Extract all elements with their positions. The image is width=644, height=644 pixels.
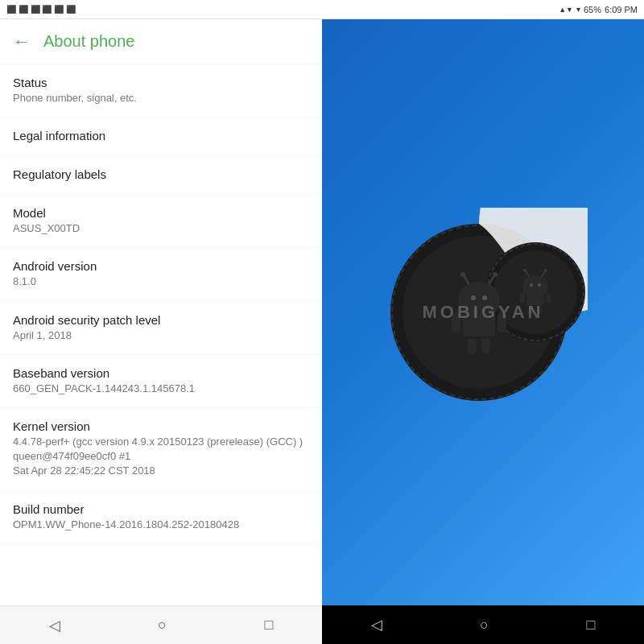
svg-rect-29 [537, 306, 542, 314]
settings-item-title-1: Legal information [13, 129, 309, 142]
settings-item-title-3: Model [13, 206, 309, 220]
svg-rect-14 [452, 312, 460, 332]
status-bar-right: ▲▼ ▾ 65% 6:09 PM [559, 5, 638, 14]
settings-item-title-8: Build number [13, 502, 309, 516]
signal-icon: ▲▼ [559, 6, 573, 14]
svg-point-20 [523, 269, 526, 272]
settings-item-subtitle-3: ASUS_X00TD [13, 221, 309, 236]
notification-icons: ⬛ ⬛ ⬛ ⬛ ⬛ ⬛ [6, 5, 76, 14]
settings-item-1[interactable]: Legal information [0, 118, 322, 156]
settings-item-title-4: Android version [13, 259, 309, 273]
svg-point-11 [471, 295, 476, 300]
settings-item-3[interactable]: ModelASUS_X00TD [0, 195, 322, 248]
svg-rect-25 [526, 292, 544, 305]
settings-item-4[interactable]: Android version8.1.0 [0, 248, 322, 301]
settings-item-2[interactable]: Regulatory labels [0, 156, 322, 195]
svg-point-23 [530, 283, 533, 287]
svg-rect-15 [497, 312, 506, 332]
settings-item-subtitle-8: OPM1.WW_Phone-14.2016.1804.252-20180428 [13, 518, 309, 532]
app-bar: ← About phone [0, 19, 322, 64]
time-display: 6:09 PM [605, 5, 638, 14]
oreo-container: MOBIGYAN [322, 19, 644, 605]
settings-item-7[interactable]: Kernel version4.4.78-perf+ (gcc version … [0, 408, 322, 491]
back-button[interactable]: ← [13, 31, 31, 52]
svg-rect-28 [529, 306, 534, 314]
left-panel: ← About phone StatusPhone number, signal… [0, 19, 322, 644]
status-bar: ⬛ ⬛ ⬛ ⬛ ⬛ ⬛ ▲▼ ▾ 65% 6:09 PM [0, 0, 644, 19]
settings-item-title-2: Regulatory labels [13, 167, 309, 181]
svg-point-22 [544, 269, 547, 272]
svg-point-8 [460, 272, 465, 277]
settings-item-subtitle-0: Phone number, signal, etc. [13, 91, 309, 105]
svg-rect-16 [468, 338, 477, 354]
svg-rect-17 [481, 338, 490, 354]
settings-item-5[interactable]: Android security patch levelApril 1, 201… [0, 302, 322, 355]
settings-item-title-5: Android security patch level [13, 313, 309, 327]
settings-item-title-0: Status [13, 76, 309, 89]
settings-item-8[interactable]: Build numberOPM1.WW_Phone-14.2016.1804.2… [0, 491, 322, 544]
battery-text: 65% [584, 5, 601, 14]
back-nav-button[interactable]: ◁ [33, 610, 76, 641]
home-nav-button[interactable]: ○ [142, 610, 183, 640]
svg-point-24 [538, 283, 541, 287]
back-nav-dark-button[interactable]: ◁ [355, 609, 398, 640]
page-title: About phone [43, 32, 134, 51]
svg-rect-13 [463, 312, 495, 336]
nav-bar-right: ◁ ○ □ [322, 605, 644, 644]
home-nav-dark-button[interactable]: ○ [464, 610, 505, 640]
settings-item-title-7: Kernel version [13, 419, 309, 433]
right-panel: MOBIGYAN [322, 19, 644, 644]
nav-bar-left: ◁ ○ □ [0, 605, 322, 644]
settings-item-subtitle-5: April 1, 2018 [13, 328, 309, 343]
svg-rect-27 [546, 292, 551, 303]
svg-point-12 [482, 295, 487, 300]
settings-list: StatusPhone number, signal, etc.Legal in… [0, 64, 322, 605]
settings-item-subtitle-4: 8.1.0 [13, 275, 309, 289]
settings-item-subtitle-6: 660_GEN_PACK-1.144243.1.145678.1 [13, 382, 309, 396]
svg-rect-26 [520, 292, 525, 303]
main-content: ← About phone StatusPhone number, signal… [0, 19, 644, 644]
status-bar-left: ⬛ ⬛ ⬛ ⬛ ⬛ ⬛ [6, 5, 76, 14]
settings-item-subtitle-7: 4.4.78-perf+ (gcc version 4.9.x 20150123… [13, 435, 309, 479]
oreo-cookie [378, 208, 588, 417]
wifi-icon: ▾ [576, 5, 580, 14]
settings-item-0[interactable]: StatusPhone number, signal, etc. [0, 64, 322, 118]
settings-item-6[interactable]: Baseband version660_GEN_PACK-1.144243.1.… [0, 355, 322, 408]
settings-item-title-6: Baseband version [13, 366, 309, 380]
svg-point-10 [493, 272, 497, 277]
recents-nav-dark-button[interactable]: □ [570, 610, 611, 640]
recents-nav-button[interactable]: □ [248, 610, 289, 640]
